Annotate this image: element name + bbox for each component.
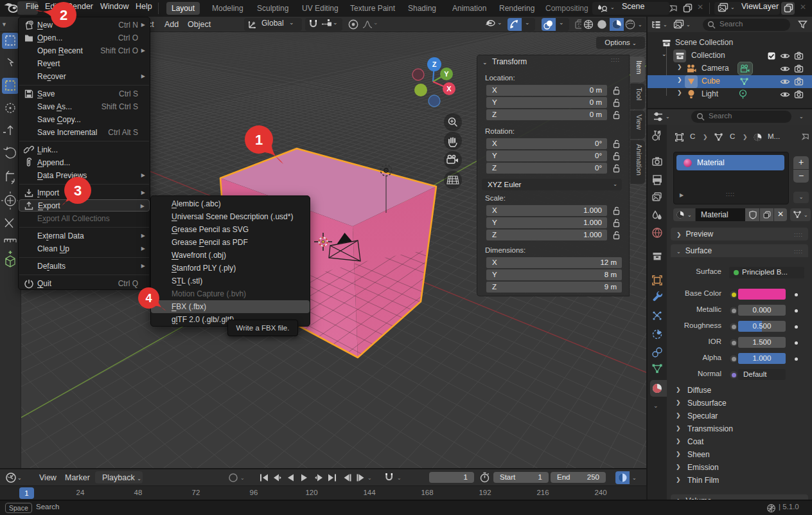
svg-text:Z: Z bbox=[432, 60, 437, 68]
svg-text:4: 4 bbox=[145, 291, 152, 304]
svg-text:1: 1 bbox=[255, 132, 263, 148]
svg-text:3: 3 bbox=[74, 183, 82, 199]
svg-text:Y: Y bbox=[444, 70, 449, 78]
svg-text:X: X bbox=[446, 85, 452, 93]
svg-text:2: 2 bbox=[60, 7, 67, 23]
